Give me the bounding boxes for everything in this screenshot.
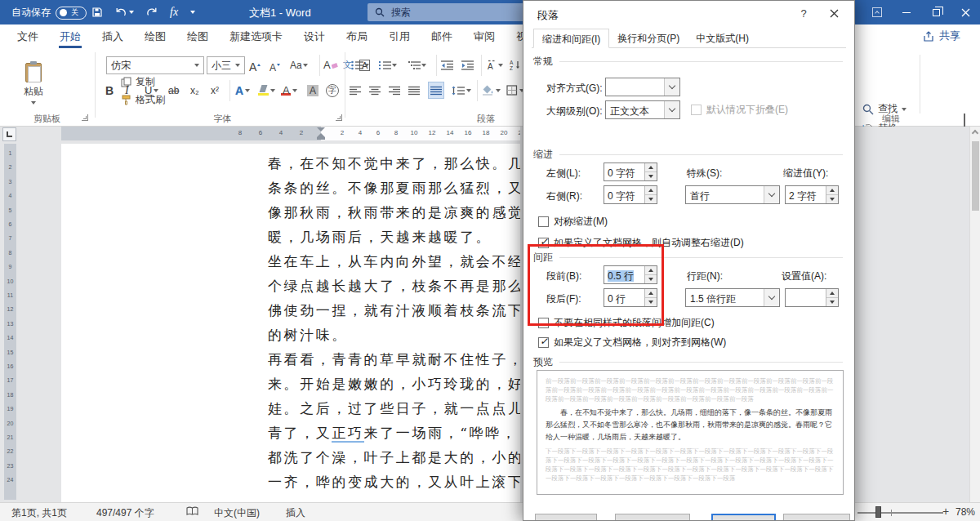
zoom-slider-handle[interactable] — [875, 506, 881, 518]
horizontal-ruler[interactable]: 8642246810121416182022 — [61, 127, 520, 140]
ribbon-tab[interactable]: 邮件 — [421, 24, 463, 48]
shading-button[interactable] — [482, 82, 501, 99]
ribbon-tab[interactable]: 绘图 — [134, 24, 176, 48]
paste-button[interactable]: 粘贴 — [13, 55, 54, 112]
justify-button[interactable] — [408, 82, 420, 99]
page-indicator[interactable]: 第1页, 共1页 — [11, 506, 67, 520]
search-input[interactable]: 搜索 — [368, 3, 531, 21]
font-size-select[interactable]: 小三 — [207, 56, 245, 74]
distribute-button[interactable] — [428, 82, 444, 99]
cancel-button[interactable] — [783, 514, 850, 521]
clear-formatting-button[interactable]: A — [323, 56, 338, 73]
character-shading-button[interactable]: A — [307, 82, 318, 99]
zoom-level[interactable]: 78% — [956, 506, 975, 518]
word-count[interactable]: 497/497 个字 — [96, 506, 154, 520]
indent-right-spinner[interactable]: 0 字符 — [604, 185, 657, 204]
font-color-button[interactable]: A — [283, 82, 297, 99]
line-spacing-button[interactable] — [452, 82, 471, 99]
align-right-button[interactable] — [389, 82, 400, 99]
ribbon-tab[interactable]: 审阅 — [463, 24, 506, 48]
subscript-button[interactable]: x₂ — [190, 82, 199, 99]
ribbon-tab[interactable]: 引用 — [378, 24, 421, 48]
change-case-button[interactable]: Aa — [290, 56, 308, 73]
autosave-toggle[interactable]: 关 — [56, 7, 87, 20]
ribbon-tab[interactable]: 开始 — [49, 24, 91, 48]
spin-down-button[interactable] — [645, 172, 657, 180]
increase-indent-button[interactable] — [461, 56, 474, 73]
proofing-status-button[interactable] — [186, 506, 198, 519]
multilevel-list-button[interactable] — [408, 56, 426, 73]
grow-font-button[interactable]: A — [249, 56, 261, 73]
snap-to-grid-checkbox[interactable]: 如果定义了文档网格，则对齐到网格(W) — [538, 336, 726, 350]
font-dialog-launcher[interactable] — [336, 114, 342, 121]
ribbon-tab[interactable]: 插入 — [91, 24, 134, 48]
set-default-button[interactable] — [615, 514, 690, 521]
vertical-scrollbar[interactable] — [969, 127, 980, 502]
indent-left-spinner[interactable]: 0 字符 — [604, 163, 657, 181]
tab-stop-selector[interactable] — [2, 127, 16, 141]
share-button[interactable]: 共享 — [923, 29, 960, 43]
ribbon-display-options-button[interactable] — [862, 0, 892, 24]
align-left-button[interactable] — [350, 82, 361, 99]
bullets-button[interactable] — [351, 56, 369, 73]
tabs-button[interactable] — [535, 514, 597, 521]
left-indent-marker[interactable] — [317, 137, 325, 140]
spin-up-button[interactable] — [645, 163, 657, 172]
document-page[interactable]: 春，在不知不觉中来了，那么快。几条条的丝。不像那夏雨那么猛烈，又像那秋雨，秋雨带… — [61, 144, 520, 502]
redo-button[interactable] — [146, 7, 158, 18]
special-indent-select[interactable]: 首行 — [685, 185, 780, 204]
enclose-characters-button[interactable]: 字 — [326, 82, 339, 99]
zoom-slider-track[interactable] — [858, 512, 943, 514]
outline-level-select[interactable]: 正文文本 — [605, 100, 680, 119]
dialog-tab[interactable]: 缩进和间距(I) — [533, 29, 609, 48]
indent-by-spinner[interactable]: 2 字符 — [785, 185, 839, 204]
scrollbar-thumb[interactable] — [972, 141, 979, 211]
underline-button[interactable]: U — [145, 82, 158, 99]
text-effects-button[interactable]: A — [235, 82, 250, 99]
mirror-indents-checkbox[interactable]: 对称缩进(M) — [538, 215, 608, 229]
align-center-button[interactable] — [369, 82, 381, 99]
clipboard-dialog-launcher[interactable] — [82, 114, 88, 121]
spin-up-button[interactable] — [645, 186, 657, 195]
spin-down-button[interactable] — [826, 195, 838, 203]
spin-up-button[interactable] — [826, 186, 838, 195]
zoom-in-button[interactable]: + — [942, 505, 949, 518]
dialog-help-button[interactable]: ? — [796, 7, 811, 20]
alignment-select[interactable] — [605, 78, 680, 96]
ribbon-tab[interactable]: 新建选项卡 — [219, 24, 293, 48]
ok-button[interactable] — [711, 514, 776, 521]
dialog-tab[interactable]: 中文版式(H) — [688, 29, 757, 48]
dialog-close-button[interactable] — [824, 4, 844, 22]
font-name-select[interactable]: 仿宋 — [106, 56, 204, 74]
decrease-indent-button[interactable] — [441, 56, 453, 73]
ribbon-tab[interactable]: 设计 — [293, 24, 336, 48]
close-window-button[interactable] — [951, 0, 980, 24]
insert-function-button[interactable]: fx — [170, 6, 178, 19]
phonetic-guide-button[interactable]: A — [486, 56, 503, 73]
spacing-at-spinner[interactable] — [785, 288, 839, 307]
spin-down-button[interactable] — [645, 195, 657, 203]
qat-customize-icon[interactable] — [190, 11, 195, 14]
superscript-button[interactable]: x² — [211, 82, 219, 99]
dialog-tab[interactable]: 换行和分页(P) — [609, 29, 688, 48]
line-spacing-select[interactable]: 1.5 倍行距 — [685, 288, 780, 307]
language-indicator[interactable]: 中文(中国) — [214, 506, 260, 520]
ribbon-tab[interactable]: 布局 — [336, 24, 378, 48]
insert-mode-indicator[interactable]: 插入 — [286, 506, 305, 520]
collapse-ribbon-button[interactable] — [964, 115, 965, 127]
undo-button[interactable] — [115, 7, 134, 18]
italic-button[interactable]: I — [125, 82, 129, 99]
save-button[interactable] — [91, 7, 103, 18]
first-line-indent-marker[interactable] — [317, 127, 325, 131]
spin-up-button[interactable] — [826, 289, 838, 298]
collapsed-by-default-checkbox[interactable]: 默认情况下折叠(E) — [691, 103, 788, 117]
minimize-button[interactable] — [892, 0, 921, 24]
ribbon-tab[interactable]: 文件 — [7, 24, 49, 48]
restore-button[interactable] — [921, 0, 951, 24]
sort-button[interactable]: AZ — [510, 56, 521, 73]
spin-down-button[interactable] — [826, 298, 838, 306]
bold-button[interactable]: B — [105, 82, 114, 99]
ribbon-tab[interactable]: 绘图 — [176, 24, 219, 48]
strikethrough-button[interactable]: ab — [168, 82, 179, 99]
borders-button[interactable] — [506, 82, 524, 99]
